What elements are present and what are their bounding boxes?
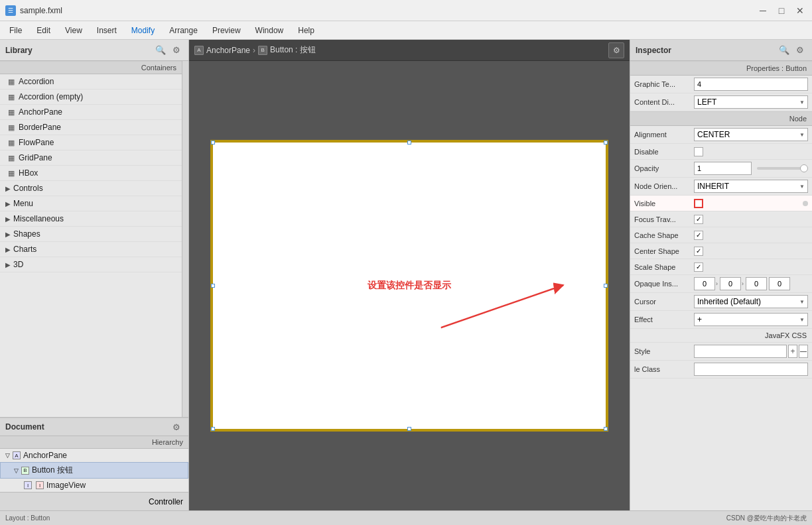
visible-indicator[interactable] [803, 201, 808, 206]
handle-bl[interactable] [211, 427, 215, 431]
scale-shape-checkbox[interactable]: ✓ [694, 262, 703, 272]
cursor-dropdown[interactable]: Inherited (Default) ▼ [694, 295, 808, 308]
opaque-0-field[interactable] [694, 277, 715, 290]
breadcrumb-separator: › [253, 46, 255, 55]
flowpane-icon: ▦ [8, 139, 15, 147]
library-search-icon[interactable]: 🔍 [154, 44, 167, 57]
anchorpane-hier-icon: A [13, 451, 21, 459]
section-3d[interactable]: ▶ 3D [0, 257, 182, 272]
center-shape-checkbox[interactable]: ✓ [694, 247, 703, 256]
menu-modify[interactable]: Modify [125, 24, 161, 37]
opacity-slider[interactable] [757, 167, 808, 170]
menu-edit[interactable]: Edit [30, 24, 57, 37]
content-display-row: Content Di... LEFT ▼ [630, 93, 812, 111]
annotation-text: 设置该控件是否显示 [368, 280, 451, 292]
lib-item-hbox[interactable]: ▦ HBox [0, 166, 182, 181]
lib-item-anchorpane[interactable]: ▦ AnchorPane [0, 105, 182, 120]
opaque-3-field[interactable] [769, 277, 790, 290]
opaque-1-arrow[interactable]: › [742, 280, 744, 287]
document-settings-icon[interactable]: ⚙ [170, 420, 183, 434]
style-class-label: le Class [634, 365, 694, 373]
node-orient-dropdown[interactable]: INHERIT ▼ [694, 180, 808, 193]
window-controls[interactable]: ─ □ ✕ [756, 4, 807, 17]
inspector-search-icon[interactable]: 🔍 [778, 44, 791, 57]
left-panel: Library 🔍 ⚙ Containers ▦ Accordion ▦ Acc… [0, 40, 189, 510]
canvas-settings-button[interactable]: ⚙ [608, 42, 624, 58]
handle-tl[interactable] [211, 141, 215, 145]
effect-arrow: ▼ [799, 317, 805, 323]
menu-insert[interactable]: Insert [90, 24, 123, 37]
opaque-1-field[interactable] [720, 277, 741, 290]
breadcrumb-anchorpane[interactable]: A AnchorPane [194, 46, 250, 55]
library-settings-icon[interactable]: ⚙ [170, 44, 183, 57]
canvas-body[interactable]: 设置该控件是否显示 [189, 61, 630, 510]
handle-tr[interactable] [604, 141, 608, 145]
handle-ml[interactable] [211, 284, 215, 288]
visible-checkbox[interactable] [694, 199, 703, 208]
handle-tc[interactable] [407, 141, 411, 145]
menu-preview[interactable]: Preview [206, 24, 247, 37]
section-controls-label: Controls [13, 184, 43, 193]
cache-shape-label: Cache Shape [634, 231, 694, 239]
alignment-value: CENTER ▼ [694, 128, 808, 141]
style-field[interactable] [694, 345, 787, 358]
handle-br[interactable] [604, 427, 608, 431]
opaque-ins-inputs: › › [694, 277, 808, 290]
right-panel: Inspector 🔍 ⚙ Properties : Button Graphi… [630, 40, 812, 510]
section-charts[interactable]: ▶ Charts [0, 242, 182, 257]
lib-item-flowpane[interactable]: ▦ FlowPane [0, 135, 182, 150]
content-display-dropdown[interactable]: LEFT ▼ [694, 95, 808, 109]
handle-bc[interactable] [407, 427, 411, 431]
maximize-button[interactable]: □ [775, 4, 788, 17]
lib-item-accordion[interactable]: ▦ Accordion [0, 74, 182, 89]
document-header: Document ⚙ [0, 418, 188, 436]
hier-button[interactable]: ▽ B Button 按钮 [0, 462, 188, 479]
section-menu[interactable]: ▶ Menu [0, 196, 182, 211]
cursor-arrow: ▼ [799, 299, 805, 305]
opaque-2-field[interactable] [746, 277, 767, 290]
cursor-val: Inherited (Default) [697, 297, 761, 306]
hier-anchorpane[interactable]: ▽ A AnchorPane [0, 449, 188, 462]
effect-val: + [697, 315, 702, 324]
cursor-row: Cursor Inherited (Default) ▼ [630, 293, 812, 311]
alignment-dropdown[interactable]: CENTER ▼ [694, 128, 808, 141]
style-class-field[interactable] [694, 363, 808, 376]
section-charts-label: Charts [13, 245, 36, 254]
opaque-0-arrow[interactable]: › [716, 280, 718, 287]
cache-shape-checkbox[interactable]: ✓ [694, 231, 703, 240]
menu-window[interactable]: Window [249, 24, 291, 37]
inspector-controls[interactable]: 🔍 ⚙ [778, 44, 807, 57]
breadcrumb-area: A AnchorPane › B Button : 按钮 [194, 44, 604, 56]
section-miscellaneous[interactable]: ▶ Miscellaneous [0, 211, 182, 227]
effect-dropdown[interactable]: + ▼ [694, 313, 808, 326]
disable-checkbox[interactable] [694, 147, 703, 156]
close-button[interactable]: ✕ [793, 4, 807, 17]
hier-button-label: Button 按钮 [32, 465, 73, 476]
menu-file[interactable]: File [3, 24, 29, 37]
style-add-btn[interactable]: + [788, 345, 797, 358]
menu-arrange[interactable]: Arrange [163, 24, 204, 37]
breadcrumb-button[interactable]: B Button : 按钮 [258, 44, 316, 56]
lib-item-gridpane[interactable]: ▦ GridPane [0, 150, 182, 166]
lib-item-borderpane-label: BorderPane [19, 123, 61, 132]
opacity-slider-thumb[interactable] [800, 164, 808, 172]
scale-shape-value: ✓ [694, 262, 808, 272]
opacity-field[interactable] [694, 162, 752, 175]
focus-trav-checkbox[interactable]: ✓ [694, 215, 703, 224]
menu-help[interactable]: Help [291, 24, 321, 37]
title-bar-left: ☰ sample.fxml [5, 5, 62, 16]
library-controls[interactable]: 🔍 ⚙ [154, 44, 183, 57]
section-shapes[interactable]: ▶ Shapes [0, 227, 182, 242]
style-minus-btn[interactable]: ─ [799, 345, 808, 358]
node-orient-row: Node Orien... INHERIT ▼ [630, 178, 812, 196]
graphic-text-field[interactable] [694, 78, 808, 91]
section-controls[interactable]: ▶ Controls [0, 181, 182, 196]
lib-item-borderpane[interactable]: ▦ BorderPane [0, 120, 182, 135]
inspector-settings-icon[interactable]: ⚙ [793, 44, 807, 57]
minimize-button[interactable]: ─ [756, 4, 770, 17]
menu-view[interactable]: View [58, 24, 89, 37]
handle-mr[interactable] [604, 284, 608, 288]
lib-item-accordion-empty[interactable]: ▦ Accordion (empty) [0, 89, 182, 105]
hier-imageview[interactable]: I I ImageView [0, 479, 188, 492]
library-scrollbar[interactable] [182, 61, 188, 417]
